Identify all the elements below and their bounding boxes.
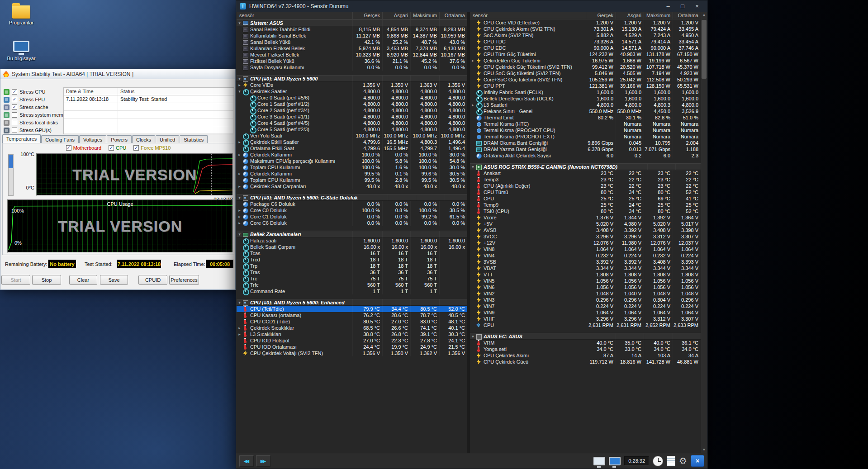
sensor-row[interactable]: ▸Çekirdek Saat Çarpanları48.0 x48.0 x48.…: [237, 183, 467, 189]
sensor-row[interactable]: CPU CCD1 (Tdie)80.5 °C27.0 °C83.0 °C48.1…: [237, 318, 467, 325]
sensor-row[interactable]: Core 1 Saati (perf #1/2)4,800.0 MHz4,800…: [237, 101, 467, 107]
sensor-row[interactable]: Yonga seti34.0 °C33.0 °C34.0 °C34.0 °C: [470, 346, 701, 352]
sensor-row[interactable]: CPU Kasası (ortalama)76.2 °C28.6 °C78.7 …: [237, 312, 467, 318]
tab-voltages[interactable]: Voltages: [79, 135, 106, 143]
sensor-row[interactable]: CPU IOD Hotspot27.0 °C22.3 °C27.8 °C24.1…: [237, 337, 467, 344]
sensor-row[interactable]: Temp323 °C22 °C23 °C22 °C: [470, 176, 701, 183]
cpuid-button[interactable]: CPUID: [138, 275, 167, 285]
sensor-row[interactable]: ▸Core C1 Doluluk0.0 %0.0 %99.2 %61.5 %: [237, 213, 467, 220]
sensor-section-header[interactable]: ▾CPU [#0]: AMD Ryzen 5 5600: C-State Dol…: [237, 194, 467, 201]
legend-checkbox[interactable]: ✓: [66, 145, 71, 151]
sensor-row[interactable]: Frekans Sınırı - Genel550.0 MHz550.0 MHz…: [470, 108, 701, 114]
scrollbar-thumb[interactable]: [702, 20, 707, 79]
sensor-section-header[interactable]: ▾CPU [#0]: AMD Ryzen 5 5600: Enhanced: [237, 299, 467, 306]
stress-checkbox[interactable]: [12, 128, 17, 133]
sensor-row[interactable]: Command Rate1 T1 T1 T: [237, 288, 467, 294]
sensor-row[interactable]: CPU Çekirdek Akımı87 A14 A103 A34 A: [470, 352, 701, 359]
sensor-row[interactable]: CPU Tümü80 °C34 °C80 °C52 °C: [470, 189, 701, 195]
sensor-row[interactable]: Temp925 °C24 °C25 °C25 °C: [470, 202, 701, 208]
sensor-row[interactable]: CPU Çekirdek Gücü119.712 W18.816 W141.72…: [470, 359, 701, 365]
expand-icon[interactable]: ▸: [470, 102, 476, 108]
log-table-row[interactable]: [64, 126, 234, 134]
sensor-row[interactable]: Sanal Bellek Taahhüt Edildi8,115 MB4,854…: [237, 26, 467, 33]
sensor-row[interactable]: CPU Tüm Güç Tüketimi124.232 W40.903 W131…: [470, 51, 701, 57]
sensor-row[interactable]: CPU Çekirdek Voltajı (SVI2 TFN)1.356 V1.…: [237, 350, 467, 356]
preferences-button[interactable]: Preferences: [169, 275, 199, 285]
settings-gear-button[interactable]: ⚙: [679, 455, 687, 466]
aida64-title-bar[interactable]: System Stability Test - AIDA64 [ TRIAL V…: [0, 69, 235, 79]
sensor-row[interactable]: Core+SoC Güç tüketimi (SVI2 TFN)105.259 …: [470, 76, 701, 83]
close-button[interactable]: ×: [690, 2, 704, 11]
sensor-row[interactable]: VIN51.056 V1.056 V1.056 V1.056 V: [470, 278, 701, 284]
save-button[interactable]: Save: [100, 275, 128, 285]
scroll-columns-left-button[interactable]: ◀◀: [239, 455, 254, 467]
sensor-row[interactable]: VIN81.064 V1.064 V1.064 V1.064 V: [470, 246, 701, 252]
expand-icon[interactable]: ▸: [237, 171, 242, 177]
expand-icon[interactable]: ▾: [237, 76, 242, 82]
legend-checkbox[interactable]: ✓: [133, 145, 139, 151]
stress-option[interactable]: ✓Stress cache: [4, 104, 70, 111]
sensor-row[interactable]: SoC Akımı (SVI2 TFN)5.882 A4.529 A7.243 …: [470, 32, 701, 38]
sensor-row[interactable]: Core 3 Saati (perf #1/1)4,800.0 MHz4,800…: [237, 114, 467, 120]
sensor-row[interactable]: VIN30.296 V0.296 V0.304 V0.296 V: [470, 297, 701, 303]
sensor-row[interactable]: VBAT3.344 V3.344 V3.344 V3.344 V: [470, 265, 701, 271]
sensor-row[interactable]: VIN70.224 V0.224 V0.224 V0.224 V: [470, 303, 701, 309]
stress-option[interactable]: ✓Stress CPU: [4, 88, 70, 95]
sensor-section-header[interactable]: ▾ASUS EC: ASUS: [470, 333, 701, 340]
sensor-row[interactable]: ▸Çekirdek Sıcaklıklar68.5 °C26.6 °C74.1 …: [237, 325, 467, 331]
stress-checkbox[interactable]: ✓: [12, 97, 17, 102]
sensor-row[interactable]: ▸Çekirdek Kullanımı100.0 %0.0 %100.0 %30…: [237, 152, 467, 158]
expand-icon[interactable]: ▸: [237, 213, 242, 220]
expand-icon[interactable]: ▾: [237, 194, 242, 201]
scroll-down-icon[interactable]: ▼: [701, 447, 707, 453]
sensor-row[interactable]: ▸Çekirdek Kullanımı99.5 %0.1 %99.6 %30.5…: [237, 171, 467, 177]
stress-checkbox[interactable]: ✓: [12, 104, 17, 110]
sensor-row[interactable]: 3VCC3.296 V3.296 V3.312 V3.307 V: [470, 233, 701, 240]
sensor-row[interactable]: Sayfa Dosyası Kullanımı0.0 %0.0 %0.0 %0.…: [237, 64, 467, 71]
sensor-row[interactable]: Kullanılan Fiziksel Bellek5,974 MB3,453 …: [237, 45, 467, 52]
sensor-row[interactable]: VRM40.0 °C35.0 °C40.0 °C36.1 °C: [470, 340, 701, 346]
expand-icon[interactable]: ▾: [470, 164, 476, 170]
sensor-row[interactable]: Tcas16 T16 T16 T: [237, 250, 467, 256]
maximize-button[interactable]: □: [676, 2, 689, 11]
clear-button[interactable]: Clear: [69, 275, 97, 285]
sensor-row[interactable]: Kullanılabilir Sanal Bellek11,127 MB9,86…: [237, 33, 467, 39]
sensor-row[interactable]: Termal Kısma (HTC)NumaraNumaraNumara: [470, 121, 701, 127]
sensor-row[interactable]: ▸Core C0 Doluluk100.0 %0.8 %100.0 %38.5 …: [237, 207, 467, 213]
sensor-row[interactable]: 3VSB3.392 V3.392 V3.408 V3.393 V: [470, 259, 701, 265]
sensor-section-header[interactable]: ▾ASUS ROG STRIX B550-E GAMING (Nuvoton N…: [470, 163, 701, 170]
log-table-row[interactable]: [64, 118, 234, 126]
sensor-row[interactable]: VHIF3.296 V3.296 V3.312 V3.307 V: [470, 316, 701, 322]
log-table-row[interactable]: [64, 103, 234, 111]
tab-powers[interactable]: Powers: [107, 135, 132, 143]
expand-icon[interactable]: ▸: [470, 57, 476, 64]
expand-icon[interactable]: ▸: [237, 183, 242, 189]
scroll-up-icon[interactable]: ▲: [701, 12, 707, 18]
log-table-row[interactable]: [64, 111, 234, 118]
stress-option[interactable]: Stress GPU(s): [4, 127, 70, 134]
stress-checkbox[interactable]: [12, 112, 17, 118]
clock-button[interactable]: [653, 456, 663, 466]
sensor-section-header[interactable]: ▾CPU [#0]: AMD Ryzen 5 5600: [237, 75, 467, 82]
expand-icon[interactable]: ▾: [237, 231, 242, 237]
sensor-row[interactable]: Ortalama Etkili Saat4,799.6 MHz155.5 MHz…: [237, 145, 467, 152]
sensor-row[interactable]: Trc75 T75 T75 T: [237, 275, 467, 282]
sensor-row[interactable]: Ortalama Aktif Çekirdek Sayısı6.00.26.02…: [470, 152, 701, 159]
sensor-row[interactable]: CPU EDC90.000 A14.571 A90.000 A37.746 A: [470, 45, 701, 51]
sensor-row[interactable]: VTT1.808 V1.808 V1.808 V1.808 V: [470, 271, 701, 278]
sensor-row[interactable]: Bellek Denetleyici Saati (UCLK)1,600.0 M…: [470, 95, 701, 102]
vertical-scrollbar[interactable]: ▲ ▼: [701, 12, 707, 453]
tab-cooling-fans[interactable]: Cooling Fans: [41, 135, 79, 143]
sensor-row[interactable]: Toplam CPU Kullanımı99.5 %2.8 %99.5 %30.…: [237, 177, 467, 183]
sensor-row[interactable]: ▾Çekirdek Saatler4,800.0 MHz4,800.0 MHz4…: [237, 88, 467, 95]
tab-temperatures[interactable]: Temperatures: [2, 134, 41, 143]
sensor-row[interactable]: CPU IOD Ortalaması24.4 °C19.9 °C24.9 °C2…: [237, 344, 467, 350]
sensor-row[interactable]: Bellek Saati Çarpanı16.00 x16.00 x16.00 …: [237, 244, 467, 250]
sensor-row[interactable]: Sanal Bellek Yükü42.1 %25.2 %48.7 %43.0 …: [237, 39, 467, 45]
sensor-row[interactable]: Toplam CPU Kullanımı100.0 %1.6 %100.0 %3…: [237, 164, 467, 171]
sensor-row[interactable]: CPU25 °C25 °C69 °C41 °C: [470, 195, 701, 202]
hwinfo-title-bar[interactable]: HWiNFO64 v7.32-4900 - Sensör Durumu – □ …: [236, 0, 707, 12]
stress-checkbox[interactable]: ✓: [12, 89, 17, 95]
expand-icon[interactable]: ▸: [237, 82, 242, 88]
sensor-row[interactable]: CPU Core VID (Effective)1.200 V1.200 V1.…: [470, 19, 701, 26]
